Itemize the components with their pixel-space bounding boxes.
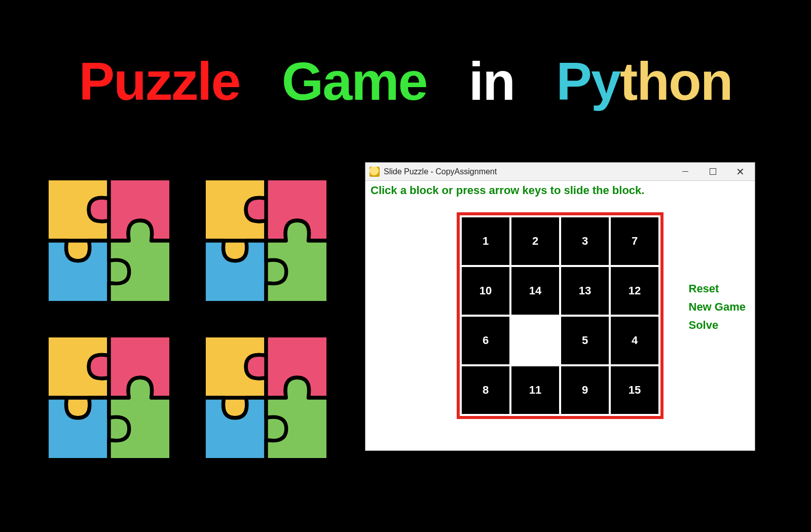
window-titlebar[interactable]: Slide Puzzle - CopyAssignment ✕ [365,163,755,181]
app-icon [370,167,380,177]
headline-word-3: in [469,51,514,112]
puzzle-tile[interactable]: 12 [611,267,658,315]
puzzle-tile[interactable]: 15 [611,366,658,414]
puzzle-tile[interactable]: 5 [561,317,609,364]
puzzle-tile[interactable]: 8 [462,366,509,414]
jigsaw-icon [41,329,177,466]
window-title: Slide Puzzle - CopyAssignment [384,167,497,176]
puzzle-tile[interactable]: 4 [611,317,658,364]
headline-word-1: Puzzle [79,51,240,112]
window-close-button[interactable]: ✕ [728,164,752,179]
jigsaw-icon [198,172,335,309]
window-maximize-button[interactable] [701,164,724,179]
jigsaw-icon [198,329,335,466]
puzzle-tile[interactable]: 7 [611,217,658,265]
puzzle-tile[interactable]: 1 [462,217,509,265]
window-minimize-button[interactable] [674,164,697,179]
reset-button[interactable]: Reset [689,282,746,295]
solve-button[interactable]: Solve [689,319,746,332]
puzzle-tile[interactable]: 10 [462,267,509,315]
new-game-button[interactable]: New Game [689,300,746,314]
puzzle-tile[interactable]: 13 [561,267,609,315]
puzzle-tile[interactable]: 2 [511,217,559,265]
puzzle-tile[interactable]: 11 [511,366,559,414]
headline-word-2: Game [282,51,427,112]
app-body: Click a block or press arrow keys to sli… [365,181,755,450]
puzzle-tile[interactable]: 3 [561,217,609,265]
puzzle-tile[interactable]: 14 [511,267,559,315]
jigsaw-icon [41,172,177,309]
command-list: Reset New Game Solve [689,282,746,332]
slide-puzzle-window: Slide Puzzle - CopyAssignment ✕ Click a … [365,162,755,451]
puzzle-tile[interactable]: 9 [561,366,609,414]
puzzle-tile[interactable]: 6 [462,317,509,364]
slide-puzzle-board: 123710141312654811915 [457,212,663,419]
headline: Puzzle Game in Python [0,51,811,112]
empty-tile [511,317,559,364]
headline-word-4: Python [556,51,732,112]
jigsaw-icon-grid [41,172,335,466]
hint-text: Click a block or press arrow keys to sli… [371,184,644,197]
